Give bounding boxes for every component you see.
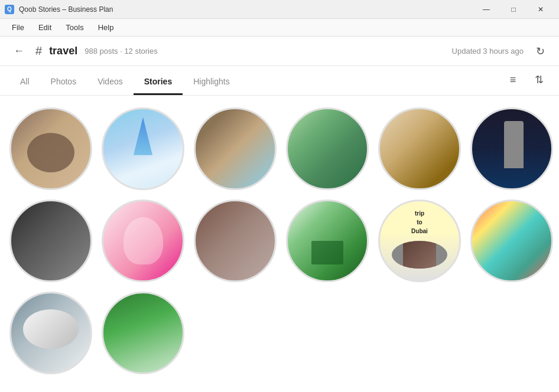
nav-bar: ← # travel 988 posts · 12 stories Update… (0, 37, 559, 66)
filter-icon: ⇅ (535, 73, 544, 86)
story-circle (102, 200, 184, 282)
story-circle (470, 200, 553, 282)
story-item[interactable]: triptoDubai (378, 200, 461, 282)
sort-icon: ≡ (510, 74, 516, 86)
tab-videos[interactable]: Videos (87, 70, 134, 95)
story-item[interactable] (378, 107, 461, 190)
app-icon: Q (5, 5, 14, 14)
story-item[interactable] (194, 107, 277, 190)
window-title: Qoob Stories – Business Plan (19, 5, 113, 14)
refresh-button[interactable]: ↻ (531, 42, 550, 61)
tab-all[interactable]: All (9, 70, 40, 95)
menu-tools[interactable]: Tools (58, 21, 90, 34)
maximize-button[interactable]: □ (500, 0, 527, 19)
menu-edit[interactable]: Edit (31, 21, 58, 34)
tab-highlights[interactable]: Highlights (183, 70, 240, 95)
tabs-left: All Photos Videos Stories Highlights (9, 70, 240, 95)
minimize-button[interactable]: — (473, 0, 500, 19)
story-circle (102, 292, 184, 374)
content-area: triptoDubai (0, 96, 559, 392)
nav-right: Updated 3 hours ago ↻ (452, 42, 550, 61)
hashtag-label: travel (49, 45, 77, 57)
sort-button[interactable]: ≡ (502, 69, 524, 90)
story-circle (286, 107, 369, 190)
tab-photos[interactable]: Photos (40, 70, 87, 95)
updated-label: Updated 3 hours ago (452, 47, 524, 55)
story-item[interactable] (102, 200, 184, 282)
back-button[interactable]: ← (9, 42, 28, 61)
post-meta: 988 posts · 12 stories (84, 47, 158, 55)
menu-help[interactable]: Help (91, 21, 121, 34)
stories-grid: triptoDubai (9, 107, 550, 374)
title-bar-left: Q Qoob Stories – Business Plan (5, 5, 113, 14)
menu-file[interactable]: File (5, 21, 31, 34)
hash-symbol: # (35, 44, 42, 58)
story-circle (9, 292, 92, 374)
story-item[interactable] (9, 107, 92, 190)
story-circle: triptoDubai (378, 200, 461, 282)
story-circle (470, 107, 553, 190)
story-item[interactable] (9, 292, 92, 374)
story-item[interactable] (9, 200, 92, 282)
story-circle (9, 200, 92, 282)
story-circle (9, 107, 92, 190)
menu-bar: File Edit Tools Help (0, 19, 559, 37)
story-circle (102, 107, 184, 190)
tab-stories[interactable]: Stories (134, 70, 183, 95)
tabs-right: ≡ ⇅ (502, 69, 550, 95)
filter-button[interactable]: ⇅ (528, 69, 550, 90)
story-item[interactable] (194, 200, 277, 282)
tabs-bar: All Photos Videos Stories Highlights ≡ ⇅ (0, 66, 559, 96)
story-item[interactable] (102, 292, 184, 374)
story-item[interactable] (102, 107, 184, 190)
story-circle (194, 200, 277, 282)
nav-left: ← # travel 988 posts · 12 stories (9, 42, 158, 61)
story-circle (194, 107, 277, 190)
story-item[interactable] (470, 107, 553, 190)
story-item[interactable] (286, 107, 369, 190)
story-item[interactable] (286, 200, 369, 282)
story-circle (286, 200, 369, 282)
close-button[interactable]: ✕ (527, 0, 554, 19)
title-bar: Q Qoob Stories – Business Plan — □ ✕ (0, 0, 559, 19)
window-controls: — □ ✕ (473, 0, 554, 19)
story-item[interactable] (470, 200, 553, 282)
story-circle (378, 107, 461, 190)
